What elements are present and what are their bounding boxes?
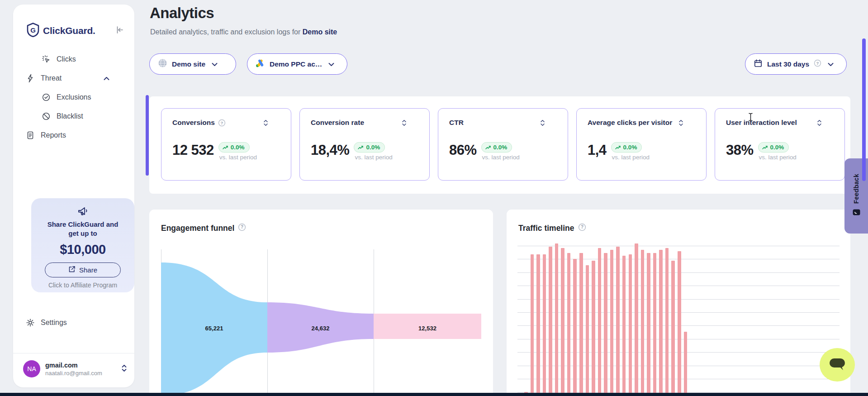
account-switcher[interactable]: NA gmail.com naatali.ro@gmail.com (23, 360, 127, 377)
subtitle-text: Detailed analytics, traffic and exclusio… (150, 28, 303, 36)
vs-last-period-label: vs. last period (219, 154, 257, 161)
sidebar-item-exclusions[interactable]: Exclusions (13, 88, 134, 107)
change-value: 0.0% (770, 144, 784, 151)
traffic-bar (531, 254, 534, 396)
traffic-bar (536, 254, 540, 396)
google-ads-icon (256, 58, 265, 70)
kpi-label: User interaction level (726, 119, 797, 127)
clickguard-logo[interactable]: G ClickGuard. (27, 23, 95, 39)
help-icon[interactable]: ? (578, 223, 586, 233)
traffic-bar (629, 254, 632, 396)
traffic-bar (598, 248, 602, 396)
traffic-timeline-card: Traffic timeline ? (507, 210, 850, 396)
funnel-stage-value: 12,532 (418, 325, 436, 332)
promo-text-line1: Share ClickGuard and (31, 220, 134, 229)
shield-logo-icon: G (27, 23, 39, 39)
traffic-bar (573, 259, 577, 396)
svg-text:?: ? (816, 61, 819, 66)
metric-sort-icon[interactable] (540, 119, 545, 126)
chevron-up-icon[interactable] (104, 74, 109, 82)
traffic-bar (665, 248, 669, 396)
vs-last-period-label: vs. last period (482, 154, 520, 161)
funnel-chart: 65,22124,63212,532 (161, 249, 481, 396)
change-badge: 0.0% (218, 142, 250, 153)
help-icon[interactable]: ? (814, 59, 821, 69)
sidebar-item-settings[interactable]: Settings (26, 316, 67, 329)
sidebar-item-label: Blacklist (57, 112, 83, 120)
traffic-bar (610, 250, 614, 396)
sidebar-nav: Clicks Threat Exclusions (13, 50, 134, 145)
kpi-card: CTR86%0.0%vs. last period (438, 108, 568, 181)
kpi-row: Conversions?12 5320.0%vs. last periodCon… (161, 108, 845, 181)
change-value: 0.0% (366, 144, 380, 151)
traffic-bar (543, 254, 546, 396)
traffic-bar (684, 332, 688, 396)
kpi-value: 1,4 (588, 142, 607, 158)
kpi-label: Conversions (172, 119, 215, 127)
logo-row: G ClickGuard. (27, 23, 124, 39)
sidebar-item-threat[interactable]: Threat (13, 69, 134, 88)
sidebar-item-clicks[interactable]: Clicks (13, 50, 134, 69)
page-title: Analytics (150, 5, 214, 22)
kpi-card: User interaction level38%0.0%vs. last pe… (715, 108, 845, 181)
help-icon[interactable]: ? (238, 223, 246, 233)
kpi-label: Conversion rate (311, 119, 364, 127)
account-name: gmail.com (45, 362, 102, 369)
chat-bubble-icon (828, 357, 846, 373)
badge-check-icon (42, 93, 51, 102)
traffic-bar (586, 265, 589, 396)
traffic-bar (616, 247, 620, 396)
change-value: 0.0% (493, 144, 508, 151)
sidebar-item-label: Clicks (57, 55, 76, 63)
vs-last-period-label: vs. last period (759, 154, 797, 161)
change-value: 0.0% (231, 144, 245, 151)
share-button[interactable]: Share (45, 262, 121, 277)
traffic-bar (567, 253, 571, 396)
page-scrollbar-thumb[interactable] (862, 38, 866, 181)
vs-last-period-label: vs. last period (612, 154, 650, 161)
kpi-label: Average clicks per visitor (588, 119, 672, 127)
gear-icon (26, 318, 35, 327)
feedback-tab-label: Feedback (853, 174, 860, 204)
page-subtitle: Detailed analytics, traffic and exclusio… (150, 28, 337, 36)
metric-sort-icon[interactable] (263, 119, 268, 126)
change-badge: 0.0% (758, 142, 789, 153)
kpi-label: CTR (449, 119, 464, 127)
date-range-selector[interactable]: Last 30 days ? (745, 53, 847, 75)
affiliate-link[interactable]: Click to Affiliate Program (31, 281, 134, 289)
funnel-stage-value: 24,632 (312, 325, 330, 332)
traffic-bar (671, 261, 675, 396)
settings-label: Settings (41, 319, 67, 327)
globe-icon (158, 58, 167, 70)
date-range-value: Last 30 days (767, 60, 809, 68)
sidebar-scrollbar[interactable] (146, 95, 149, 176)
kpi-card: Conversions?12 5320.0%vs. last period (161, 108, 291, 181)
funnel-stage-value: 65,221 (205, 325, 223, 332)
change-badge: 0.0% (354, 142, 385, 153)
metric-sort-icon[interactable] (678, 119, 683, 126)
feedback-chat-icon (853, 209, 860, 218)
chat-launcher-button[interactable] (820, 348, 855, 382)
metric-sort-icon[interactable] (817, 119, 822, 126)
traffic-bar (678, 251, 681, 396)
megaphone-icon (76, 212, 90, 219)
traffic-bar (635, 243, 638, 396)
kpi-value: 18,4% (311, 142, 349, 158)
traffic-bar (592, 261, 595, 396)
avatar: NA (23, 360, 40, 377)
affiliate-promo-card[interactable]: Share ClickGuard and get up to $10,000 S… (31, 198, 134, 292)
sidebar-item-reports[interactable]: Reports (13, 126, 134, 145)
collapse-sidebar-icon[interactable] (115, 25, 124, 36)
promo-amount: $10,000 (31, 242, 134, 257)
change-badge: 0.0% (481, 142, 512, 153)
kpi-value: 86% (449, 142, 477, 158)
sidebar-item-label: Threat (41, 74, 62, 82)
help-icon[interactable]: ? (218, 119, 226, 127)
traffic-bar (647, 253, 650, 396)
ppc-account-selector[interactable]: Demo PPC ac… (247, 53, 347, 75)
metric-sort-icon[interactable] (402, 119, 407, 126)
site-selector[interactable]: Demo site (149, 53, 236, 75)
svg-text:G: G (30, 26, 36, 34)
sidebar-item-blacklist[interactable]: Blacklist (13, 107, 134, 126)
share-button-label: Share (79, 266, 97, 274)
